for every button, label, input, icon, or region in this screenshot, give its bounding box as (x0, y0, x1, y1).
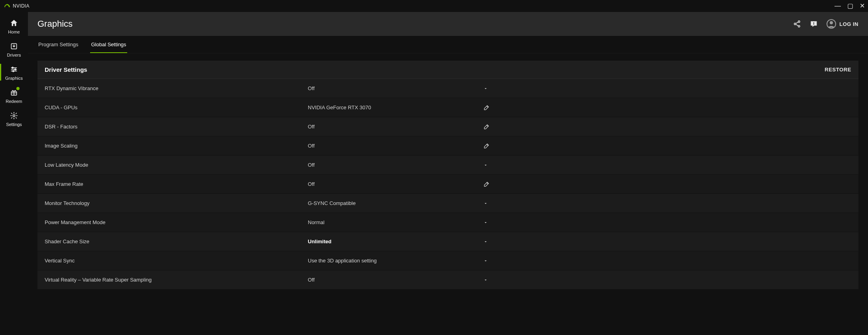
chevron-down-icon[interactable] (483, 239, 488, 244)
setting-value: Unlimited (308, 238, 483, 244)
section-header: Driver Settings RESTORE (37, 61, 858, 79)
setting-row[interactable]: Low Latency ModeOff (37, 156, 858, 175)
edit-icon[interactable] (483, 104, 490, 111)
setting-name: Monitor Technology (45, 200, 308, 206)
setting-row[interactable]: Vertical SyncUse the 3D application sett… (37, 251, 858, 270)
login-button[interactable]: LOG IN (827, 19, 858, 29)
sliders-icon (9, 65, 19, 74)
sidebar-item-graphics[interactable]: Graphics (0, 61, 28, 84)
setting-name: CUDA - GPUs (45, 104, 308, 110)
setting-name: Image Scaling (45, 143, 308, 149)
tab-program-settings[interactable]: Program Settings (37, 36, 79, 53)
feedback-icon[interactable] (810, 20, 818, 28)
edit-icon[interactable] (483, 143, 490, 149)
svg-rect-16 (813, 22, 814, 24)
section-title: Driver Settings (45, 66, 87, 73)
notification-dot-icon (16, 87, 20, 90)
svg-point-6 (13, 71, 14, 72)
sidebar-item-home[interactable]: Home (0, 14, 28, 37)
edit-icon[interactable] (483, 124, 490, 130)
setting-name: Virtual Reality – Variable Rate Super Sa… (45, 277, 308, 283)
chevron-down-icon[interactable] (483, 220, 488, 225)
setting-name: Vertical Sync (45, 258, 308, 264)
setting-value: Use the 3D application setting (308, 258, 483, 264)
svg-point-10 (13, 115, 15, 117)
setting-name: RTX Dynamic Vibrance (45, 85, 308, 91)
edit-icon[interactable] (483, 181, 490, 187)
gear-icon (9, 111, 19, 120)
setting-row[interactable]: Max Frame RateOff (37, 175, 858, 194)
setting-value: G-SYNC Compatible (308, 200, 483, 206)
avatar-icon (827, 19, 836, 29)
svg-line-14 (796, 22, 799, 24)
sidebar-item-label: Drivers (7, 53, 21, 57)
setting-name: Max Frame Rate (45, 181, 308, 187)
close-button[interactable]: ✕ (860, 3, 865, 9)
setting-row[interactable]: Monitor TechnologyG-SYNC Compatible (37, 194, 858, 213)
tabs: Program Settings Global Settings (28, 36, 868, 53)
setting-value: Off (308, 181, 483, 187)
sidebar-item-label: Home (8, 30, 20, 34)
sidebar: Home Drivers Graphics Redeem Settin (0, 12, 28, 335)
header: Graphics LOG IN (28, 12, 868, 36)
svg-point-5 (15, 69, 16, 70)
setting-value: Off (308, 162, 483, 168)
nvidia-logo-icon (3, 4, 10, 8)
setting-row[interactable]: Power Management ModeNormal (37, 213, 858, 232)
sidebar-item-settings[interactable]: Settings (0, 107, 28, 130)
tab-global-settings[interactable]: Global Settings (90, 36, 127, 53)
maximize-button[interactable]: ▢ (847, 3, 853, 9)
setting-row[interactable]: RTX Dynamic VibranceOff (37, 79, 858, 98)
gift-icon (9, 88, 19, 97)
app-name: NVIDIA (13, 3, 30, 9)
chevron-down-icon[interactable] (483, 163, 488, 168)
settings-table: RTX Dynamic VibranceOffCUDA - GPUsNVIDIA… (37, 79, 858, 290)
sidebar-item-drivers[interactable]: Drivers (0, 37, 28, 61)
drivers-icon (9, 41, 19, 51)
chevron-down-icon[interactable] (483, 278, 488, 282)
setting-row[interactable]: Virtual Reality – Variable Rate Super Sa… (37, 270, 858, 290)
svg-point-19 (830, 21, 833, 24)
sidebar-item-redeem[interactable]: Redeem (0, 84, 28, 107)
setting-value: Off (308, 85, 483, 91)
login-label: LOG IN (839, 21, 858, 27)
setting-value: Off (308, 124, 483, 130)
sidebar-item-label: Graphics (5, 76, 23, 81)
setting-name: DSR - Factors (45, 124, 308, 130)
setting-name: Low Latency Mode (45, 162, 308, 168)
sidebar-item-label: Redeem (6, 99, 22, 104)
svg-rect-17 (813, 24, 814, 25)
setting-value: Off (308, 143, 483, 149)
setting-name: Power Management Mode (45, 219, 308, 225)
sidebar-item-label: Settings (6, 122, 22, 127)
setting-row[interactable]: Image ScalingOff (37, 136, 858, 156)
chevron-down-icon[interactable] (483, 86, 488, 91)
window-controls: — ▢ ✕ (835, 3, 865, 9)
setting-row[interactable]: DSR - FactorsOff (37, 117, 858, 136)
share-icon[interactable] (793, 20, 801, 28)
svg-point-4 (12, 67, 13, 68)
setting-row[interactable]: Shader Cache SizeUnlimited (37, 232, 858, 251)
restore-button[interactable]: RESTORE (825, 67, 851, 73)
chevron-down-icon[interactable] (483, 258, 488, 263)
setting-value: Off (308, 277, 483, 283)
home-icon (9, 18, 19, 28)
svg-line-15 (796, 24, 799, 26)
page-title: Graphics (37, 19, 73, 29)
titlebar: NVIDIA — ▢ ✕ (0, 0, 868, 12)
setting-value: NVIDIA GeForce RTX 3070 (308, 104, 483, 110)
chevron-down-icon[interactable] (483, 201, 488, 206)
setting-name: Shader Cache Size (45, 238, 308, 244)
minimize-button[interactable]: — (835, 3, 841, 9)
setting-row[interactable]: CUDA - GPUsNVIDIA GeForce RTX 3070 (37, 98, 858, 117)
setting-value: Normal (308, 219, 483, 225)
